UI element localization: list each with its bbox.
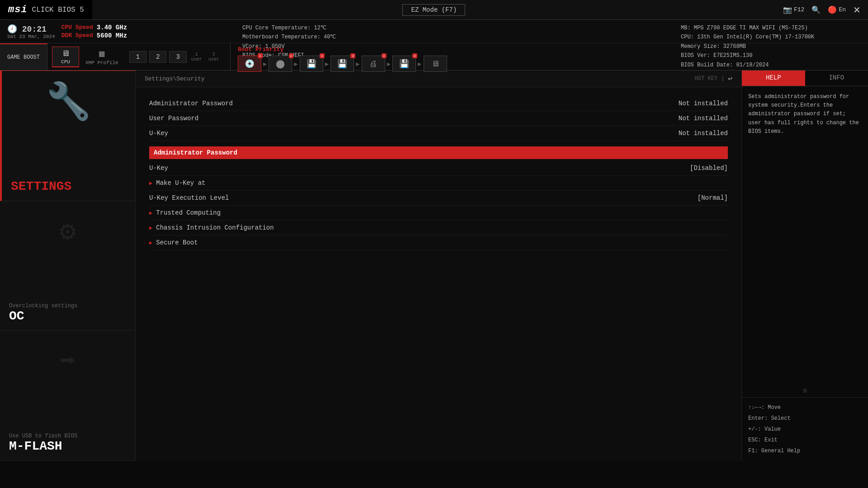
oc-bg-icon: ⚙ [59, 215, 75, 248]
bios-title: CLICK BIOS 5 [32, 6, 84, 14]
boot-device-3[interactable]: 💾 U [330, 56, 354, 72]
nav-secure-boot[interactable]: ▶ Secure Boot [149, 235, 728, 250]
setting-row-admin-pwd: Administrator Password Not installed [149, 96, 728, 111]
ddr-speed-value: 5600 MHz [97, 32, 127, 39]
hotkeys-area: ↑↓←→: Move Enter: Select +/-: Value ESC:… [742, 397, 868, 461]
boot-device-2[interactable]: 💾 U [300, 56, 323, 72]
setting-row-ukey-exec[interactable]: U-Key Execution Level [Normal] [149, 191, 728, 206]
close-button[interactable]: ✕ [853, 5, 861, 15]
info-middle: CPU Core Temperature: 12℃ Motherboard Te… [235, 23, 674, 40]
game-boost-tab[interactable]: GAME BOOST [0, 43, 47, 70]
sidebar-item-mflash[interactable]: ➡ Use USB to flash BIOS M-FLASH [0, 331, 135, 461]
ukey-status-label: U-Key [149, 130, 168, 137]
cpu-device-btn[interactable]: 🖥 CPU [52, 47, 79, 67]
ukey-label: U-Key [149, 164, 168, 172]
hotkey-area: HOT KEY | ↩ [695, 74, 732, 83]
admin-pwd-label: Administrator Password [149, 100, 233, 107]
sidebar-item-settings[interactable]: 🔧 SETTINGS [0, 70, 135, 201]
cpu-speed-label: CPU Speed [61, 24, 93, 31]
speed-area: CPU Speed 3.40 GHz DDR Speed 5600 MHz [61, 24, 127, 39]
ram-icon: ▦ [99, 48, 104, 59]
boot-device-6[interactable]: 🖥 [424, 56, 447, 72]
boot-arrow-3: ▶ [356, 60, 359, 68]
settings-label: SETTINGS [11, 179, 71, 193]
info-right: MB: MPG Z790 EDGE TI MAX WIFI (MS-7E25) … [674, 23, 868, 40]
content-area: 🔧 SETTINGS ⚙ Overclocking settings OC ➡ … [0, 70, 868, 461]
boot-device-1[interactable]: ⬤ U [269, 56, 292, 72]
boot-arrow-5: ▶ [418, 60, 421, 68]
boot-device-icon-1: ⬤ [276, 59, 285, 69]
oc-sub-label: Overclocking settings [9, 303, 77, 309]
cpu-icon: 🖥 [61, 49, 70, 58]
boot-priority-area: Boot Priority 💿 U ▶ ⬤ U ▶ 💾 U ▶ 💾 U ▶ [230, 43, 868, 70]
setting-row-ukey-status: U-Key Not installed [149, 126, 728, 141]
top-bar: msi CLICK BIOS 5 EZ Mode (F7) 📷 F12 🔍 🔴 … [0, 0, 868, 20]
top-center: EZ Mode (F7) [92, 0, 776, 19]
admin-pwd-value: Not installed [679, 100, 728, 107]
boot-device-4[interactable]: 🖨 U [362, 56, 385, 72]
boot-device-icon-2: 💾 [307, 59, 316, 69]
hotkey-separator: | [721, 75, 724, 82]
hotkey-f1: F1: General Help [748, 446, 862, 456]
nav-trusted-computing[interactable]: ▶ Trusted Computing [149, 206, 728, 221]
hotkey-move: ↑↓←→: Move [748, 402, 862, 413]
left-sidebar: 🔧 SETTINGS ⚙ Overclocking settings OC ➡ … [0, 70, 136, 461]
back-icon[interactable]: ↩ [728, 74, 732, 83]
boot-device-icon-5: 💾 [399, 59, 409, 69]
hotkey-esc: ESC: Exit [748, 435, 862, 446]
mflash-bg-icon: ➡ [59, 344, 75, 378]
right-tabs: HELP INFO [742, 70, 868, 86]
temp-cpu: CPU Core Temperature: 12℃ [242, 23, 666, 33]
xmp-buttons-area: 1 2 3 1user 2user [125, 51, 226, 63]
boot-badge-0: U [258, 53, 263, 58]
make-ukey-label: Make U-Key at [156, 179, 205, 187]
ez-mode-button[interactable]: EZ Mode (F7) [402, 4, 465, 16]
nav-make-ukey[interactable]: ▶ Make U-Key at [149, 176, 728, 191]
mb-info: MB: MPG Z790 EDGE TI MAX WIFI (MS-7E25) [681, 23, 861, 33]
chassis-label: Chassis Intrusion Configuration [156, 224, 274, 231]
scroll-indicator: ≡ [742, 385, 868, 397]
breadcrumb-bar: Settings\Security HOT KEY | ↩ [136, 70, 741, 87]
search-button[interactable]: 🔍 [811, 5, 821, 14]
ukey-exec-value: [Normal] [698, 194, 728, 202]
user-pwd-value: Not installed [679, 115, 728, 122]
make-ukey-arrow: ▶ [149, 180, 152, 187]
breadcrumb: Settings\Security [145, 75, 205, 82]
info-bar: 🕗 20:21 Sat 23 Mar, 2024 CPU Speed 3.40 … [0, 20, 868, 43]
setting-row-user-pwd: User Password Not installed [149, 111, 728, 126]
tab-info[interactable]: INFO [805, 70, 868, 86]
boot-device-0[interactable]: 💿 U [238, 56, 261, 72]
right-panel: HELP INFO Sets administrator password fo… [741, 70, 868, 461]
help-content: Sets administrator password for system s… [742, 86, 868, 385]
cpu-info: CPU: 13th Gen Intel(R) Core(TM) i7-13700… [681, 33, 861, 42]
user-pwd-label: User Password [149, 115, 198, 122]
trusted-computing-label: Trusted Computing [156, 209, 221, 216]
xmp-btn-1[interactable]: 1 [129, 51, 146, 63]
language-button[interactable]: 🔴 En [828, 5, 846, 14]
boot-device-icon-6: 🖥 [431, 59, 439, 69]
mflash-sub-label: Use USB to flash BIOS [9, 433, 77, 439]
boot-arrow-4: ▶ [387, 60, 391, 68]
ddr-speed-label: DDR Speed [61, 32, 93, 39]
screenshot-button[interactable]: 📷 F12 [783, 5, 804, 14]
setting-row-ukey[interactable]: U-Key [Disabled] [149, 161, 728, 176]
info-left: 🕗 20:21 Sat 23 Mar, 2024 CPU Speed 3.40 … [0, 23, 235, 40]
boot-device-icon-4: 🖨 [369, 59, 377, 69]
hotkey-label: HOT KEY [695, 75, 717, 82]
tab-help[interactable]: HELP [742, 70, 805, 86]
xmp-btn-2[interactable]: 2 [149, 51, 166, 63]
boot-priority-title: Boot Priority [238, 46, 861, 53]
cpu-speed-value: 3.40 GHz [97, 24, 127, 31]
nav-chassis-intrusion[interactable]: ▶ Chassis Intrusion Configuration [149, 221, 728, 235]
sidebar-item-oc[interactable]: ⚙ Overclocking settings OC [0, 201, 135, 331]
clock-time: 🕗 20:21 [7, 24, 55, 34]
xmp-btn-3[interactable]: 3 [169, 51, 186, 63]
oc-label: OC [9, 309, 24, 323]
center-panel: Settings\Security HOT KEY | ↩ Administra… [136, 70, 741, 461]
boot-badge-2: U [320, 53, 325, 58]
secure-boot-arrow: ▶ [149, 239, 152, 246]
boot-device-5[interactable]: 💾 U [392, 56, 416, 72]
secure-boot-label: Secure Boot [156, 239, 198, 246]
hotkey-value: +/-: Value [748, 424, 862, 435]
clock-icon: 🕗 [7, 25, 17, 34]
